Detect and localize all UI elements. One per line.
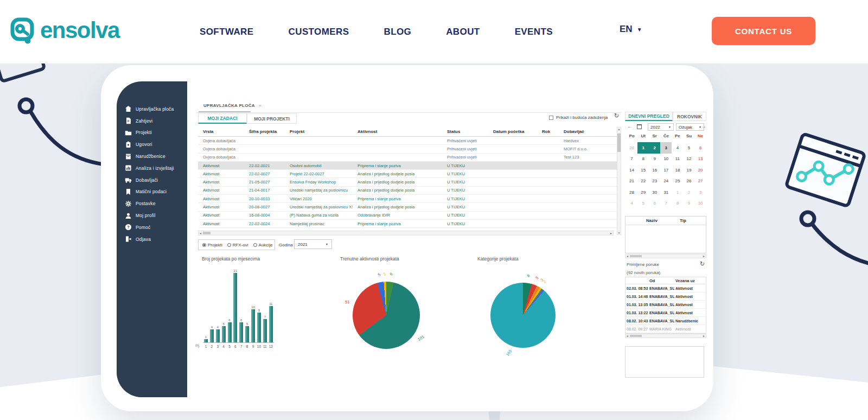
calendar-day[interactable]: 23 [649, 176, 660, 187]
calendar-day[interactable]: 27 [695, 176, 706, 187]
calendar-day[interactable]: 6 [695, 142, 706, 154]
table-row[interactable]: Ovjera dobavljačaPrihvaćeni uvjetiMOFIT … [198, 145, 617, 153]
messages-refresh-icon[interactable]: ↻ [700, 261, 705, 267]
calendar-day[interactable]: 30 [649, 187, 660, 198]
calendar-day[interactable]: 29 [637, 187, 649, 198]
items-horizontal-scroll-thumb[interactable] [630, 255, 642, 257]
calendar-day[interactable]: 24 [660, 176, 672, 187]
sidebar-item-zahtjevi[interactable]: Zahtjevi [117, 115, 187, 127]
calendar-day[interactable]: 31 [660, 187, 672, 198]
calendar-day[interactable]: 9 [649, 154, 660, 165]
table-row[interactable]: Aktivnost21-04-0017Uredski namještaj za … [198, 187, 617, 195]
calendar-day[interactable]: 12 [683, 154, 694, 165]
calendar-day[interactable]: 6 [649, 198, 660, 209]
calendar-day[interactable]: 16 [649, 164, 660, 176]
table-row[interactable]: Ovjera dobavljačaPrihvaćeni uvjetiTest 1… [198, 154, 617, 162]
calendar-day[interactable]: 8 [672, 198, 683, 209]
message-row[interactable]: 08.02. 09:27MARIA KINGAktivnost [626, 325, 706, 333]
calendar-day[interactable]: 28 [626, 187, 637, 198]
calendar-icon[interactable] [637, 124, 642, 129]
calendar-prev-icon[interactable]: ← [627, 123, 633, 129]
table-row[interactable]: Aktivnost22-02-0027Projekt 22-02-0027Ana… [198, 170, 617, 178]
nav-item-about[interactable]: ABOUT [446, 27, 480, 37]
sidebar-item-odjava[interactable]: Odjava [117, 233, 187, 245]
calendar-day[interactable]: 10 [660, 154, 672, 165]
calendar-day[interactable]: 1 [637, 142, 649, 154]
calendar-day[interactable]: 2 [649, 142, 660, 154]
nav-item-software[interactable]: SOFTWARE [200, 27, 254, 37]
calendar-day[interactable]: 5 [683, 142, 694, 154]
nav-item-customers[interactable]: CUSTOMERS [289, 27, 349, 37]
contact-us-button[interactable]: CONTACT US [712, 17, 815, 45]
column-header-vrsta[interactable]: Vrsta [198, 129, 244, 134]
calendar-day[interactable]: 19 [683, 164, 694, 176]
table-row[interactable]: Aktivnost22-02-0024Namještaj prosinacPri… [198, 220, 617, 228]
table-row[interactable]: Aktivnost22-02-0021Osobni automobilPripr… [198, 162, 617, 170]
sidebar-item-ugovori[interactable]: Ugovori [117, 138, 187, 150]
calendar-day[interactable]: 26 [683, 176, 694, 187]
sidebar-item-projekti[interactable]: Projekti [117, 127, 187, 139]
tab-rokovnik[interactable]: ROKOVNIK [673, 112, 706, 121]
calendar-month-select[interactable]: Ožujak ▼ [676, 123, 704, 131]
nav-item-events[interactable]: EVENTS [515, 27, 553, 37]
sidebar-item-pomo-[interactable]: ?Pomoć [117, 221, 187, 233]
table-row[interactable]: Aktivnost20-10-0033Viličari 2020Priprema… [198, 195, 617, 203]
sidebar-item-dobavlja-i[interactable]: Dobavljači [117, 174, 187, 186]
radio-rfx-ovi[interactable]: RFX-ovi [227, 243, 248, 247]
calendar-year-select[interactable]: 2022 ▼ [648, 123, 674, 131]
calendar-day[interactable]: 11 [672, 154, 683, 165]
tab-dnevni-pregled[interactable]: DNEVNI PREGLED [625, 112, 673, 121]
calendar-day[interactable]: 3 [695, 187, 706, 198]
scroll-left-icon[interactable]: ◄ [626, 254, 629, 258]
calendar-day[interactable]: 3 [660, 142, 672, 154]
message-row[interactable]: 02.03. 08:53ENABAVA_SUSTAAktivnost [626, 284, 706, 292]
column-header-datum-po-etka[interactable]: Datum početka [488, 129, 537, 134]
message-row[interactable]: 08.02. 10:43ENABAVA_SUSTANarudžbenic [626, 317, 706, 325]
calendar-day[interactable]: 5 [637, 198, 649, 209]
column-header-projekt[interactable]: Projekt [285, 129, 353, 134]
sidebar-item-postavke[interactable]: Postavke [117, 198, 187, 209]
messages-horizontal-scroll-thumb[interactable] [630, 335, 642, 337]
table-row[interactable]: Aktivnost21-05-0027Ensolva Friday Worksh… [198, 178, 617, 186]
calendar-day[interactable]: 2 [683, 187, 694, 198]
nav-item-blog[interactable]: BLOG [384, 27, 411, 37]
scroll-right-icon[interactable]: ► [703, 334, 705, 338]
message-row[interactable]: 01.03. 13:22ENABAVA_SUSTAAktivnost [626, 309, 706, 317]
calendar-day[interactable]: 20 [695, 164, 706, 176]
scroll-left-icon[interactable]: ◄ [626, 334, 629, 338]
calendar-day[interactable]: 18 [672, 164, 683, 176]
calendar-day[interactable]: 7 [626, 154, 637, 165]
table-row[interactable]: Ovjera dobavljačaPrihvaćeni uvjetiHardve… [198, 137, 617, 145]
calendar-day[interactable]: 25 [672, 176, 683, 187]
scroll-right-icon[interactable]: ► [610, 232, 612, 235]
refresh-icon[interactable]: ↻ [614, 113, 619, 119]
column-header-dobavlja-[interactable]: Dobavljač [559, 129, 606, 134]
column-header-rok[interactable]: Rok [537, 129, 559, 134]
sidebar-item-narud-benice[interactable]: Narudžbenice [117, 150, 187, 162]
year-select[interactable]: 2021 ▼ [294, 239, 332, 249]
table-row[interactable]: Aktivnost20-08-0027Uredski namještaj za … [198, 203, 617, 211]
column-header-status[interactable]: Status [442, 129, 488, 134]
calendar-day[interactable]: 17 [660, 164, 672, 176]
sidebar-item-mati-ni-podaci[interactable]: Matični podaci [117, 186, 187, 198]
column-header-aktivnost[interactable]: Aktivnost [353, 129, 442, 134]
future-tasks-checkbox[interactable] [549, 116, 553, 120]
scroll-up-icon[interactable]: ▲ [618, 128, 621, 131]
ensolva-logo[interactable]: ensolva [10, 16, 119, 44]
calendar-day[interactable]: 10 [695, 198, 706, 209]
tab-moji-projekti[interactable]: MOJI PROJEKTI [247, 113, 297, 124]
sidebar-item-analiza-i-izvje-taji[interactable]: Analiza i izvještaji [117, 162, 187, 174]
calendar-day[interactable]: 4 [672, 142, 683, 154]
calendar-day[interactable]: 7 [660, 198, 672, 209]
message-row[interactable]: 01.03. 14:46ENABAVA_SUSTAAktivnost [626, 292, 706, 301]
scroll-down-icon[interactable]: ▼ [618, 231, 621, 234]
tasks-vertical-scroll-thumb[interactable] [617, 133, 621, 152]
sidebar-item-moj-profil[interactable]: Moj profil [117, 209, 187, 221]
tasks-horizontal-scroll-thumb[interactable] [203, 232, 210, 234]
calendar-day[interactable]: 8 [637, 154, 649, 165]
calendar-day[interactable]: 22 [637, 176, 649, 187]
calendar-next-icon[interactable]: → [701, 123, 706, 129]
calendar-day[interactable]: 28 [626, 142, 637, 154]
scroll-right-icon[interactable]: ► [703, 254, 705, 258]
close-icon[interactable]: × [259, 103, 261, 108]
